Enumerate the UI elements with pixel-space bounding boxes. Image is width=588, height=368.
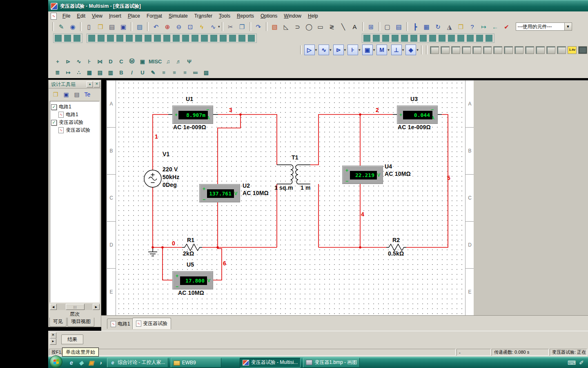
hierarchy-icon[interactable]: ⊞ — [366, 21, 376, 32]
digital-components-button[interactable]: ▣▾ — [362, 45, 375, 55]
align-left-icon[interactable]: ≡ — [159, 68, 168, 76]
multimeter-u4[interactable]: + − V 22.219 — [342, 166, 383, 184]
place-audio-icon[interactable]: ♫ — [164, 57, 173, 65]
open-sample-icon[interactable]: ❒ — [456, 21, 466, 32]
place-misc-digital-icon[interactable]: ▣ — [138, 57, 147, 65]
zoom-in-icon[interactable]: ⊕ — [162, 21, 173, 32]
start-button[interactable] — [49, 355, 62, 368]
save-icon[interactable]: ▣ — [61, 90, 71, 99]
sheet-tab-active[interactable]: ∿ 变压器试验 — [132, 318, 171, 329]
line-style-icon[interactable]: ≣ — [53, 68, 62, 76]
new-file-icon[interactable]: ▯ — [84, 21, 94, 32]
taskbar-window-button[interactable]: EWB9 — [171, 358, 221, 368]
polygon-icon[interactable]: ◺ — [281, 21, 292, 32]
text-edit-icon[interactable]: Te — [82, 90, 92, 99]
wizard-pen-icon[interactable]: ✎ — [56, 21, 67, 32]
spectrum-analyzer-icon[interactable] — [557, 46, 566, 54]
multimeter-u2[interactable]: + − V 137.761 — [199, 184, 240, 202]
logic-converter-icon[interactable] — [525, 46, 534, 54]
scale-icon[interactable]: ◮ — [444, 21, 455, 32]
agilent-multimeter-icon[interactable]: 1.4v — [568, 46, 577, 54]
checkbox-icon[interactable]: ✓ — [51, 120, 57, 126]
place-transistor-icon[interactable]: ⊦ — [85, 57, 94, 65]
list-icon[interactable]: ≔ — [191, 68, 200, 76]
oscilloscope-icon[interactable] — [462, 46, 471, 54]
taskbar-window-button[interactable]: 变压器1.bmp - 画图 — [303, 358, 360, 368]
open-icon[interactable]: ❒ — [51, 90, 60, 99]
place-ttl-icon[interactable]: D — [106, 57, 115, 65]
panel-close-button[interactable]: ✕ — [94, 81, 100, 88]
erc-check-icon[interactable]: ✔ — [501, 21, 512, 32]
back-annotate-icon[interactable]: ← — [490, 21, 501, 32]
menu-item[interactable]: Insert — [106, 12, 125, 20]
sheet-tab[interactable]: ∿ 电路1 — [107, 319, 134, 329]
menu-item[interactable]: Format — [143, 12, 165, 20]
text-icon[interactable]: A — [350, 21, 360, 32]
frequency-counter-icon[interactable] — [493, 46, 502, 54]
polyline-icon[interactable]: ≷ — [327, 21, 337, 32]
area-zoom-icon[interactable]: ◉ — [67, 21, 78, 32]
scroll-left-button[interactable]: ◀ — [50, 304, 57, 310]
clipboard-icon[interactable]: ▤ — [96, 68, 105, 76]
fill-color-icon[interactable]: ∴ — [74, 68, 83, 76]
ellipse-icon[interactable]: ◯ — [304, 21, 314, 32]
place-motor-icon[interactable]: Ⓜ — [127, 57, 136, 65]
place-analog-icon[interactable]: ⋈ — [96, 57, 105, 65]
zoom-full-icon[interactable]: ⊡ — [185, 21, 196, 32]
tree-item[interactable]: ✓ ∿ 电路1 — [58, 111, 98, 119]
print-icon[interactable]: ▤ — [107, 21, 117, 32]
app-quicklaunch-icon[interactable]: ▣ — [87, 359, 95, 367]
toolbox-tab[interactable]: 项目视图 — [67, 318, 94, 327]
bold-icon[interactable]: B — [117, 68, 126, 76]
results-close-button[interactable]: ✕ — [50, 332, 56, 339]
place-diode-icon[interactable]: ⊳ — [64, 57, 73, 65]
italic-icon[interactable]: / — [127, 68, 136, 76]
word-generator-icon[interactable] — [504, 46, 513, 54]
function-generator-icon[interactable] — [441, 46, 450, 54]
place-amplifier-icon[interactable]: ♬ — [174, 57, 183, 65]
four-channel-scope-icon[interactable] — [472, 46, 481, 54]
bode-plotter-icon[interactable] — [483, 46, 492, 54]
run-simulation-icon[interactable]: ϟ — [196, 21, 207, 32]
pen-icon[interactable]: ✎ — [149, 68, 158, 76]
menu-item[interactable]: Options — [257, 12, 281, 20]
export-icon[interactable]: ↦ — [479, 21, 489, 32]
tree-item[interactable]: ✓ ∿ 电路1 — [51, 103, 98, 111]
menu-item[interactable]: Simulate — [165, 12, 191, 20]
component-toolbar-group[interactable] — [53, 34, 82, 43]
menu-item[interactable]: Reports — [234, 12, 257, 20]
tree-item[interactable]: ✓ ∿ 变压器试验 — [58, 126, 98, 134]
color-palette-icon[interactable]: ▧ — [270, 21, 280, 32]
description-box-icon[interactable]: ▤ — [394, 21, 404, 32]
place-resistor-icon[interactable]: ∿ — [74, 57, 83, 65]
new-report-icon[interactable]: ▤ — [72, 90, 82, 99]
taskbar-window-button[interactable]: 变压器试验 - Multisi... — [240, 358, 301, 368]
pen-input-icon[interactable]: ✐ — [579, 359, 584, 366]
grapher-icon[interactable]: ∿ — [208, 21, 218, 32]
grapher-dropdown-arrow[interactable]: ▾ — [218, 25, 220, 29]
selection-icon[interactable]: ▢ — [382, 21, 393, 32]
picture-icon[interactable]: ▦ — [85, 68, 94, 76]
menu-item[interactable]: Tools — [216, 12, 234, 20]
toolbox-horizontal-scrollbar[interactable]: ◀ ||| ▶ — [50, 304, 100, 310]
menu-item[interactable]: Window — [281, 12, 305, 20]
used-components-dropdown[interactable]: ---使用的元件--- ▼ — [516, 22, 572, 31]
cut-icon[interactable]: ✂ — [225, 21, 236, 32]
menu-item[interactable]: Edit — [74, 12, 89, 20]
wattmeter-icon[interactable] — [451, 46, 460, 54]
misc-components-button[interactable]: M▾ — [376, 45, 390, 55]
align-center-icon[interactable]: ≡ — [170, 68, 179, 76]
arrow-style-icon[interactable]: ↦ — [64, 68, 73, 76]
chart-icon[interactable]: ▨ — [202, 68, 211, 76]
network-analyzer-icon[interactable] — [578, 46, 587, 54]
toolbox-tab[interactable]: 可见 — [49, 318, 67, 327]
align-right-icon[interactable]: ≡ — [180, 68, 189, 76]
scroll-right-button[interactable]: ▶ — [93, 304, 100, 310]
taskbar-window-button[interactable]: e 综合讨论 - 工控人家... — [107, 358, 168, 368]
open-file-icon[interactable]: ❒ — [95, 21, 106, 32]
zoom-out-icon[interactable]: ⊖ — [174, 21, 184, 32]
iv-analyzer-icon[interactable] — [536, 46, 545, 54]
multimeter-u3[interactable]: + − A 0.044 — [397, 105, 438, 124]
multimeter-u5[interactable]: + − V 17.800 — [172, 271, 213, 289]
place-rf-icon[interactable]: Ψ — [185, 57, 194, 65]
